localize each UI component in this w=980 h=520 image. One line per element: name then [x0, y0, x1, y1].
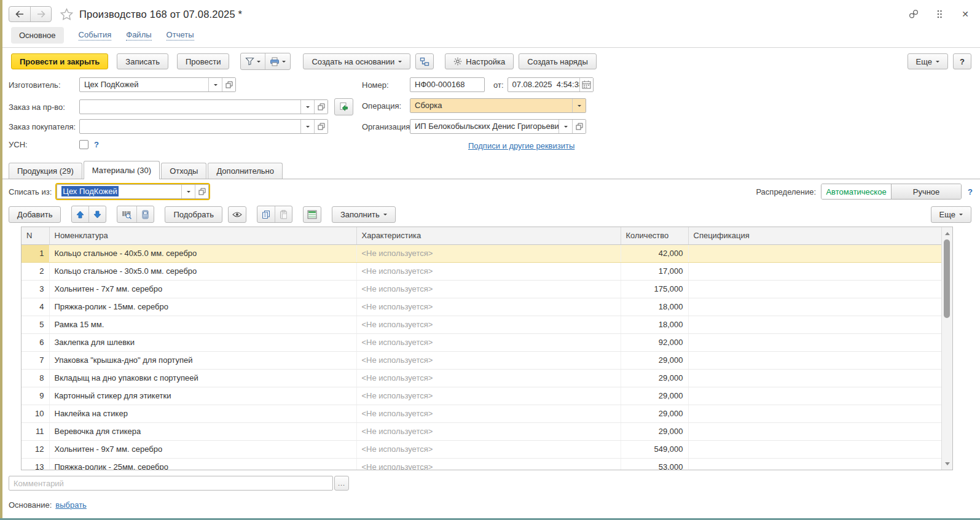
fill-table-button[interactable] — [303, 206, 321, 223]
customer-order-open-button[interactable] — [314, 120, 327, 133]
post-and-close-button[interactable]: Провести и закрыть — [11, 53, 108, 69]
tab-materials[interactable]: Материалы (30) — [84, 161, 160, 179]
manufacturer-field[interactable]: Цех ПодКожей — [79, 77, 236, 92]
customer-order-field[interactable] — [79, 119, 328, 134]
cell-qty[interactable]: 29,000 — [621, 369, 688, 387]
basis-select-link[interactable]: выбрать — [55, 500, 87, 510]
filter-button[interactable] — [241, 53, 265, 69]
cell-n[interactable]: 6 — [22, 333, 49, 351]
settings-button[interactable]: Настройка — [445, 53, 514, 69]
comment-input[interactable] — [9, 476, 333, 491]
distribution-manual-option[interactable]: Ручное — [891, 184, 961, 199]
cell-qty[interactable]: 29,000 — [621, 387, 688, 405]
post-button[interactable]: Провести — [177, 53, 230, 69]
cell-n[interactable]: 10 — [22, 405, 49, 422]
table-row[interactable]: 4Пряжка-ролик - 15мм. серебро<Не использ… — [22, 298, 942, 316]
write-button[interactable]: Записать — [117, 53, 168, 69]
data-terminal-button[interactable] — [136, 206, 154, 222]
fill-menu-button[interactable]: Заполнить — [332, 206, 396, 223]
cell-qty[interactable]: 29,000 — [621, 405, 688, 422]
scroll-up-button[interactable] — [942, 228, 952, 238]
cell-spec[interactable] — [688, 440, 942, 458]
tab-products[interactable]: Продукция (29) — [9, 163, 82, 179]
table-row[interactable]: 7Упаковка "крышка-дно" для портупей<Не и… — [22, 351, 942, 369]
back-button[interactable] — [9, 7, 30, 21]
view-button[interactable] — [228, 206, 246, 223]
create-based-on-button[interactable]: Создать на основании — [303, 53, 410, 69]
distribution-help-icon[interactable]: ? — [968, 187, 973, 196]
vertical-scrollbar[interactable] — [941, 227, 952, 470]
cell-chr[interactable]: <Не используется> — [356, 422, 621, 440]
move-up-button[interactable] — [72, 206, 88, 222]
cell-qty[interactable]: 53,000 — [621, 458, 688, 470]
table-row[interactable]: 8Вкладыщ на дно упаковки с портупеей<Не … — [22, 369, 942, 387]
scrollbar-thumb[interactable] — [944, 239, 950, 318]
operation-dropdown-button[interactable] — [572, 99, 586, 112]
cell-nom[interactable]: Кольцо стальное - 30x5.0 мм. серебро — [49, 262, 356, 280]
cell-qty[interactable]: 18,000 — [621, 298, 688, 316]
cell-n[interactable]: 12 — [22, 440, 49, 458]
cell-nom[interactable]: Картонный стикер для этикетки — [49, 387, 356, 405]
table-row[interactable]: 3Хольнитен - 7x7 мм. серебро<Не использу… — [22, 280, 942, 298]
create-work-orders-button[interactable]: Создать наряды — [519, 53, 596, 69]
cell-nom[interactable]: Вкладыщ на дно упаковки с портупеей — [49, 369, 356, 387]
cell-qty[interactable]: 549,000 — [621, 440, 688, 458]
usn-checkbox[interactable] — [79, 140, 88, 149]
signatures-link[interactable]: Подписи и другие реквизиты — [468, 141, 574, 150]
cell-nom[interactable]: Пряжка-ролик - 25мм. серебро — [49, 458, 356, 470]
table-row[interactable]: 11Веревочка для стикера<Не используется>… — [22, 422, 942, 440]
more-button[interactable]: Еще — [907, 53, 948, 69]
copy-link-icon[interactable] — [907, 8, 920, 20]
cell-qty[interactable]: 29,000 — [621, 351, 688, 369]
cell-nom[interactable]: Заклепка для шлевки — [49, 333, 356, 351]
table-row[interactable]: 5Рамка 15 мм.<Не используется>18,000 — [22, 316, 942, 333]
cell-spec[interactable] — [688, 280, 942, 298]
cell-n[interactable]: 2 — [22, 262, 49, 280]
cell-spec[interactable] — [688, 262, 942, 280]
cell-spec[interactable] — [688, 405, 942, 422]
comment-expand-button[interactable]: ... — [334, 476, 349, 491]
cell-n[interactable]: 3 — [22, 280, 49, 298]
cell-nom[interactable]: Кольцо стальное - 40x5.0 мм. серебро — [49, 244, 356, 262]
close-icon[interactable]: ✕ — [959, 8, 971, 20]
organization-field[interactable]: ИП Белокобыльских Денис Григорьевич — [410, 119, 586, 134]
cell-n[interactable]: 7 — [22, 351, 49, 369]
table-row[interactable]: 13Пряжка-ролик - 25мм. серебро<Не исполь… — [22, 458, 942, 470]
production-order-open-button[interactable] — [314, 100, 327, 114]
cell-nom[interactable]: Хольнитен - 9x7 мм. серебро — [49, 440, 356, 458]
table-row[interactable]: 10Наклейка на стикер<Не используется>29,… — [22, 405, 942, 422]
cell-chr[interactable]: <Не используется> — [356, 244, 621, 262]
nav-item-files[interactable]: Файлы — [126, 30, 151, 41]
cell-nom[interactable]: Хольнитен - 7x7 мм. серебро — [49, 280, 356, 298]
column-header-nomenclature[interactable]: Номенклатура — [49, 227, 356, 244]
cell-nom[interactable]: Рамка 15 мм. — [49, 316, 356, 333]
column-header-specification[interactable]: Спецификация — [688, 227, 942, 244]
cell-nom[interactable]: Пряжка-ролик - 15мм. серебро — [49, 298, 356, 316]
nav-item-reports[interactable]: Отчеты — [167, 30, 194, 41]
cell-qty[interactable]: 18,000 — [621, 316, 688, 333]
copy-rows-button[interactable] — [257, 206, 275, 222]
cell-spec[interactable] — [688, 244, 942, 262]
production-order-dropdown-button[interactable] — [300, 100, 314, 114]
cell-nom[interactable]: Наклейка на стикер — [49, 405, 356, 422]
cell-spec[interactable] — [688, 333, 942, 351]
cell-spec[interactable] — [688, 422, 942, 440]
number-field[interactable]: НФ00-000168 — [410, 77, 485, 92]
production-order-field[interactable] — [79, 99, 328, 114]
column-header-characteristic[interactable]: Характеристика — [356, 227, 621, 244]
cell-n[interactable]: 11 — [22, 422, 49, 440]
tab-waste[interactable]: Отходы — [161, 163, 206, 179]
cell-spec[interactable] — [688, 369, 942, 387]
cell-chr[interactable]: <Не используется> — [356, 298, 621, 316]
cell-n[interactable]: 1 — [22, 244, 49, 262]
cell-n[interactable]: 5 — [22, 316, 49, 333]
print-button[interactable] — [265, 53, 290, 69]
favorite-star-icon[interactable] — [60, 8, 73, 20]
cell-chr[interactable]: <Не используется> — [356, 316, 621, 333]
write-off-field[interactable]: Цех ПодКожей — [57, 184, 209, 199]
table-row[interactable]: 2Кольцо стальное - 30x5.0 мм. серебро<Не… — [22, 262, 942, 280]
cell-n[interactable]: 13 — [22, 458, 49, 470]
cell-qty[interactable]: 175,000 — [621, 280, 688, 298]
manufacturer-open-button[interactable] — [222, 78, 235, 91]
cell-spec[interactable] — [688, 351, 942, 369]
